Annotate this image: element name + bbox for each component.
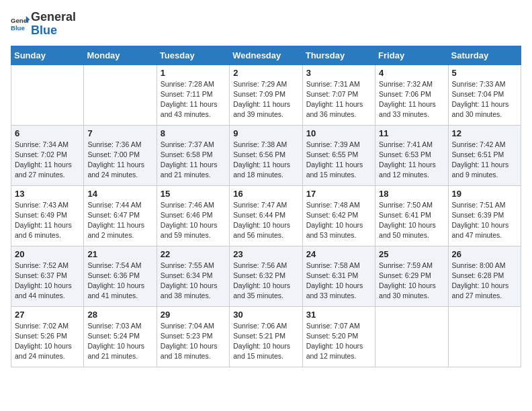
day-cell: 12Sunrise: 7:42 AM Sunset: 6:51 PM Dayli… <box>448 125 521 185</box>
col-header-sunday: Sunday <box>11 46 84 64</box>
day-info: Sunrise: 7:42 AM Sunset: 6:51 PM Dayligh… <box>452 140 517 181</box>
day-cell: 23Sunrise: 7:56 AM Sunset: 6:32 PM Dayli… <box>230 246 302 306</box>
day-info: Sunrise: 7:50 AM Sunset: 6:41 PM Dayligh… <box>379 200 444 241</box>
day-cell: 19Sunrise: 7:51 AM Sunset: 6:39 PM Dayli… <box>448 185 521 246</box>
day-cell <box>375 306 448 367</box>
day-info: Sunrise: 7:59 AM Sunset: 6:29 PM Dayligh… <box>379 261 444 302</box>
day-number: 23 <box>233 249 298 259</box>
day-info: Sunrise: 7:02 AM Sunset: 5:26 PM Dayligh… <box>15 321 80 362</box>
day-number: 21 <box>87 249 152 259</box>
day-info: Sunrise: 7:03 AM Sunset: 5:24 PM Dayligh… <box>87 321 152 362</box>
day-number: 16 <box>233 189 298 199</box>
day-info: Sunrise: 7:54 AM Sunset: 6:36 PM Dayligh… <box>87 261 152 302</box>
day-number: 30 <box>233 310 298 320</box>
day-info: Sunrise: 7:28 AM Sunset: 7:11 PM Dayligh… <box>161 79 226 120</box>
day-cell: 17Sunrise: 7:48 AM Sunset: 6:42 PM Dayli… <box>302 185 375 246</box>
day-number: 27 <box>15 310 80 320</box>
day-info: Sunrise: 7:56 AM Sunset: 6:32 PM Dayligh… <box>233 261 298 302</box>
day-info: Sunrise: 7:41 AM Sunset: 6:53 PM Dayligh… <box>379 140 444 181</box>
logo-blue-text: Blue <box>31 24 76 38</box>
day-number: 5 <box>452 68 517 78</box>
day-number: 13 <box>15 189 80 199</box>
day-cell: 5Sunrise: 7:33 AM Sunset: 7:04 PM Daylig… <box>448 64 521 125</box>
day-info: Sunrise: 7:29 AM Sunset: 7:09 PM Dayligh… <box>233 79 298 120</box>
day-cell: 15Sunrise: 7:46 AM Sunset: 6:46 PM Dayli… <box>157 185 229 246</box>
day-cell: 2Sunrise: 7:29 AM Sunset: 7:09 PM Daylig… <box>230 64 302 125</box>
day-cell: 9Sunrise: 7:38 AM Sunset: 6:56 PM Daylig… <box>230 125 302 185</box>
day-number: 17 <box>306 189 371 199</box>
col-header-saturday: Saturday <box>448 46 521 64</box>
col-header-friday: Friday <box>375 46 448 64</box>
day-info: Sunrise: 7:31 AM Sunset: 7:07 PM Dayligh… <box>306 79 371 120</box>
day-cell: 21Sunrise: 7:54 AM Sunset: 6:36 PM Dayli… <box>84 246 157 306</box>
day-info: Sunrise: 7:47 AM Sunset: 6:44 PM Dayligh… <box>233 200 298 241</box>
day-info: Sunrise: 7:32 AM Sunset: 7:06 PM Dayligh… <box>379 79 444 120</box>
day-cell <box>84 64 157 125</box>
col-header-tuesday: Tuesday <box>157 46 229 64</box>
day-cell <box>11 64 84 125</box>
day-cell: 1Sunrise: 7:28 AM Sunset: 7:11 PM Daylig… <box>157 64 229 125</box>
logo: General Blue General Blue <box>11 11 76 38</box>
day-info: Sunrise: 7:51 AM Sunset: 6:39 PM Dayligh… <box>452 200 517 241</box>
day-info: Sunrise: 7:52 AM Sunset: 6:37 PM Dayligh… <box>15 261 80 302</box>
day-info: Sunrise: 8:00 AM Sunset: 6:28 PM Dayligh… <box>452 261 517 302</box>
day-number: 8 <box>161 128 226 138</box>
day-number: 7 <box>87 128 152 138</box>
day-number: 29 <box>161 310 226 320</box>
day-number: 2 <box>233 68 298 78</box>
day-number: 19 <box>452 189 517 199</box>
col-header-monday: Monday <box>84 46 157 64</box>
day-number: 15 <box>161 189 226 199</box>
day-number: 20 <box>15 249 80 259</box>
day-number: 26 <box>452 249 517 259</box>
day-info: Sunrise: 7:39 AM Sunset: 6:55 PM Dayligh… <box>306 140 371 181</box>
day-cell: 16Sunrise: 7:47 AM Sunset: 6:44 PM Dayli… <box>230 185 302 246</box>
day-cell: 20Sunrise: 7:52 AM Sunset: 6:37 PM Dayli… <box>11 246 84 306</box>
day-cell: 4Sunrise: 7:32 AM Sunset: 7:06 PM Daylig… <box>375 64 448 125</box>
day-info: Sunrise: 7:33 AM Sunset: 7:04 PM Dayligh… <box>452 79 517 120</box>
day-info: Sunrise: 7:43 AM Sunset: 6:49 PM Dayligh… <box>15 200 80 241</box>
day-info: Sunrise: 7:06 AM Sunset: 5:21 PM Dayligh… <box>233 321 298 362</box>
day-cell: 8Sunrise: 7:37 AM Sunset: 6:58 PM Daylig… <box>157 125 229 185</box>
day-number: 22 <box>161 249 226 259</box>
day-number: 28 <box>87 310 152 320</box>
day-number: 12 <box>452 128 517 138</box>
page-header: General Blue General Blue <box>11 11 521 38</box>
day-number: 25 <box>379 249 444 259</box>
day-info: Sunrise: 7:04 AM Sunset: 5:23 PM Dayligh… <box>161 321 226 362</box>
day-number: 24 <box>306 249 371 259</box>
logo-general-text: General <box>31 11 76 24</box>
day-cell: 10Sunrise: 7:39 AM Sunset: 6:55 PM Dayli… <box>302 125 375 185</box>
day-cell: 24Sunrise: 7:58 AM Sunset: 6:31 PM Dayli… <box>302 246 375 306</box>
day-cell: 13Sunrise: 7:43 AM Sunset: 6:49 PM Dayli… <box>11 185 84 246</box>
logo-icon: General Blue <box>11 15 30 34</box>
week-row-5: 27Sunrise: 7:02 AM Sunset: 5:26 PM Dayli… <box>11 306 521 367</box>
day-info: Sunrise: 7:37 AM Sunset: 6:58 PM Dayligh… <box>161 140 226 181</box>
day-info: Sunrise: 7:48 AM Sunset: 6:42 PM Dayligh… <box>306 200 371 241</box>
day-number: 1 <box>161 68 226 78</box>
week-row-2: 6Sunrise: 7:34 AM Sunset: 7:02 PM Daylig… <box>11 125 521 185</box>
week-row-3: 13Sunrise: 7:43 AM Sunset: 6:49 PM Dayli… <box>11 185 521 246</box>
day-cell: 11Sunrise: 7:41 AM Sunset: 6:53 PM Dayli… <box>375 125 448 185</box>
day-number: 4 <box>379 68 444 78</box>
day-info: Sunrise: 7:38 AM Sunset: 6:56 PM Dayligh… <box>233 140 298 181</box>
day-number: 18 <box>379 189 444 199</box>
day-cell: 25Sunrise: 7:59 AM Sunset: 6:29 PM Dayli… <box>375 246 448 306</box>
day-info: Sunrise: 7:34 AM Sunset: 7:02 PM Dayligh… <box>15 140 80 181</box>
day-cell: 30Sunrise: 7:06 AM Sunset: 5:21 PM Dayli… <box>230 306 302 367</box>
week-row-4: 20Sunrise: 7:52 AM Sunset: 6:37 PM Dayli… <box>11 246 521 306</box>
day-info: Sunrise: 7:46 AM Sunset: 6:46 PM Dayligh… <box>161 200 226 241</box>
day-cell: 14Sunrise: 7:44 AM Sunset: 6:47 PM Dayli… <box>84 185 157 246</box>
day-number: 9 <box>233 128 298 138</box>
day-number: 14 <box>87 189 152 199</box>
day-cell <box>448 306 521 367</box>
col-header-thursday: Thursday <box>302 46 375 64</box>
week-row-1: 1Sunrise: 7:28 AM Sunset: 7:11 PM Daylig… <box>11 64 521 125</box>
svg-text:Blue: Blue <box>11 24 25 32</box>
day-cell: 6Sunrise: 7:34 AM Sunset: 7:02 PM Daylig… <box>11 125 84 185</box>
day-number: 10 <box>306 128 371 138</box>
day-info: Sunrise: 7:07 AM Sunset: 5:20 PM Dayligh… <box>306 321 371 362</box>
day-number: 6 <box>15 128 80 138</box>
day-cell: 31Sunrise: 7:07 AM Sunset: 5:20 PM Dayli… <box>302 306 375 367</box>
col-header-wednesday: Wednesday <box>230 46 302 64</box>
